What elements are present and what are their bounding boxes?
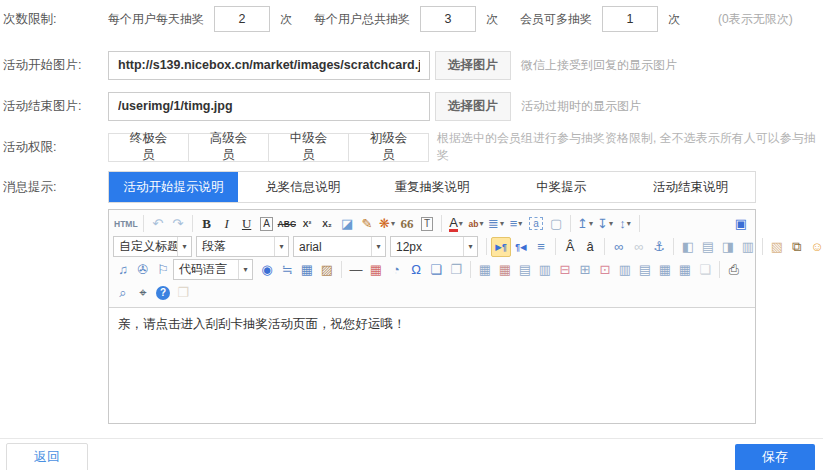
insert-date-icon[interactable]: ▦ [366, 260, 386, 280]
merge-right-icon[interactable]: ▥ [615, 260, 635, 280]
html-source-icon[interactable]: HTML [113, 214, 139, 234]
insert-music-icon[interactable]: ♫ [113, 260, 133, 280]
insert-table-icon[interactable]: ▦ [475, 260, 495, 280]
undo-icon[interactable]: ↶ [148, 214, 168, 234]
editor-content[interactable]: 亲，请点击进入刮刮卡抽奖活动页面，祝您好运哦！ [109, 308, 755, 428]
font-family-select[interactable]: arial▾ [293, 236, 386, 257]
font-border-icon[interactable]: A [257, 214, 277, 234]
paste-plain-icon[interactable]: T [417, 214, 437, 234]
attachment-icon[interactable]: ✇ [133, 260, 153, 280]
image-align-right-icon[interactable]: ◨ [718, 237, 738, 257]
superscript-icon[interactable]: X² [297, 214, 317, 234]
insert-time-icon[interactable]: ◔ [386, 260, 406, 280]
remove-format-eraser-icon[interactable]: ◪ [337, 214, 357, 234]
bold-icon[interactable]: B [197, 214, 217, 234]
merge-cells-icon[interactable]: ▦ [655, 260, 675, 280]
code-language-select[interactable]: 代码语言▾ [173, 259, 253, 280]
permission-option-2[interactable]: 高级会员 [188, 133, 269, 162]
find-replace-icon[interactable]: ⌖ [133, 283, 153, 303]
search-icon[interactable]: ⌕ [113, 283, 133, 303]
help-icon[interactable]: ? [153, 283, 173, 303]
total-draw-count-input[interactable] [420, 6, 476, 32]
start-image-url-input[interactable] [108, 51, 430, 80]
image-transfer-icon[interactable]: ❐ [446, 260, 466, 280]
ordered-list-icon[interactable]: ≣▾ [486, 214, 506, 234]
insert-code-icon[interactable]: ◉ [257, 260, 277, 280]
permission-hint: 根据选中的会员组进行参与抽奖资格限制, 全不选表示所有人可以参与抽奖 [437, 130, 823, 164]
toolbar-separator [143, 215, 144, 232]
select-all-icon[interactable]: a [526, 214, 546, 234]
chevron-down-icon: ▾ [518, 219, 522, 228]
clipboard-disabled-icon[interactable]: ❐ [173, 283, 193, 303]
format-painter-brush-icon[interactable]: ✎ [357, 214, 377, 234]
unordered-list-icon[interactable]: ≡▾ [506, 214, 526, 234]
scene-icon[interactable]: ▨ [317, 260, 337, 280]
insert-map-icon[interactable]: ⚐ [153, 260, 173, 280]
line-height-icon[interactable]: ↕▾ [615, 214, 635, 234]
permission-option-3[interactable]: 中级会员 [268, 133, 349, 162]
insert-col-icon[interactable]: ⊞ [575, 260, 595, 280]
horizontal-rule-icon[interactable]: — [346, 260, 366, 280]
indent-icon[interactable]: ≡ [531, 237, 551, 257]
insert-template-icon[interactable]: ▦ [297, 260, 317, 280]
back-button[interactable]: 返回 [6, 443, 88, 470]
paragraph-spacing-bottom-icon[interactable]: ↧▾ [595, 214, 615, 234]
paragraph-spacing-top-icon[interactable]: ↥▾ [575, 214, 595, 234]
insert-title-row-icon[interactable]: ▤ [515, 260, 535, 280]
clear-doc-icon[interactable]: ▢ [546, 214, 566, 234]
custom-title-select[interactable]: 自定义标题▾ [113, 236, 192, 257]
save-button[interactable]: 保存 [735, 444, 815, 470]
delete-table-icon[interactable]: ▦ [495, 260, 515, 280]
simple-upload-icon[interactable]: ≒ [277, 260, 297, 280]
auto-typeset-wand-icon[interactable]: ❋▾ [377, 214, 397, 234]
merge-down-icon[interactable]: ▤ [635, 260, 655, 280]
print-icon[interactable]: ⎙ [724, 260, 744, 280]
to-lowercase-icon[interactable]: â [580, 237, 600, 257]
special-chars-icon[interactable]: Ω [406, 260, 426, 280]
editor-toolbar: HTML↶↷BIUAABCX²X₂◪✎❋▾66TA▾ab▾≣▾≡▾a▢↥▾↧▾↕… [109, 210, 755, 308]
underline-icon[interactable]: U [237, 214, 257, 234]
emoticon-icon[interactable]: ☺ [807, 237, 823, 257]
start-image-pick-button[interactable]: 选择图片 [435, 51, 511, 80]
unlink-icon[interactable]: ∞ [629, 237, 649, 257]
permission-option-1[interactable]: 终极会员 [108, 133, 189, 162]
end-image-pick-button[interactable]: 选择图片 [435, 92, 511, 121]
doc-reader-icon[interactable]: ❏ [695, 260, 715, 280]
direction-ltr-icon[interactable]: ▶¶ [491, 237, 511, 257]
tab-5[interactable]: 活动结束说明 [626, 172, 755, 202]
preview-monitor-icon[interactable]: ▣ [731, 214, 751, 234]
scratch-card-activity-form: 次数限制: 每个用户每天抽奖次每个用户总共抽奖次会员可多抽奖次 (0表示无限次)… [0, 5, 823, 470]
to-uppercase-icon[interactable]: Â [560, 237, 580, 257]
member-extra-draw-count-input[interactable] [602, 6, 658, 32]
insert-row-icon[interactable]: ⊟ [555, 260, 575, 280]
insert-snippet-icon[interactable]: ❏ [426, 260, 446, 280]
split-cells-icon[interactable]: ▦ [675, 260, 695, 280]
tab-2[interactable]: 兑奖信息说明 [238, 172, 367, 202]
tab-3[interactable]: 重复抽奖说明 [367, 172, 496, 202]
permission-option-4[interactable]: 初级会员 [348, 133, 429, 162]
image-align-left-icon[interactable]: ◧ [678, 237, 698, 257]
insert-image-icon[interactable]: ▧ [767, 237, 787, 257]
anchor-icon[interactable]: ⚓ [649, 237, 669, 257]
image-align-inline-icon[interactable]: ▤ [698, 237, 718, 257]
paragraph-format-select[interactable]: 段落▾ [196, 236, 289, 257]
image-align-center-icon[interactable]: ▥ [738, 237, 758, 257]
end-image-url-input[interactable] [108, 92, 430, 121]
italic-icon[interactable]: I [217, 214, 237, 234]
screenshot-icon[interactable]: ⧉ [787, 237, 807, 257]
link-icon[interactable]: ∞ [609, 237, 629, 257]
direction-rtl-icon[interactable]: ¶◀ [511, 237, 531, 257]
subscript-icon[interactable]: X₂ [317, 214, 337, 234]
tab-1[interactable]: 活动开始提示说明 [109, 172, 238, 202]
font-size-select[interactable]: 12px▾ [390, 236, 478, 257]
font-color-icon[interactable]: A▾ [446, 214, 466, 234]
blockquote-icon[interactable]: 66 [397, 214, 417, 234]
back-color-icon[interactable]: ab▾ [466, 214, 486, 234]
strikethrough-icon[interactable]: ABC [277, 214, 297, 234]
tab-4[interactable]: 中奖提示 [497, 172, 626, 202]
daily-draw-count-input[interactable] [214, 6, 270, 32]
redo-icon[interactable]: ↷ [168, 214, 188, 234]
chevron-down-icon: ▾ [609, 219, 613, 228]
insert-title-col-icon[interactable]: ▥ [535, 260, 555, 280]
delete-row-icon[interactable]: ⊡ [595, 260, 615, 280]
